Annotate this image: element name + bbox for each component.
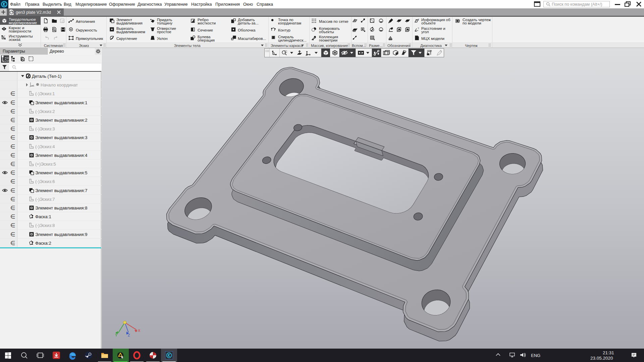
- svg-text:Y: Y: [115, 333, 118, 337]
- svg-text:Z: Z: [128, 333, 130, 337]
- svg-text:X: X: [138, 328, 141, 333]
- svg-text:12: 12: [6, 59, 9, 62]
- svg-text:?: ?: [418, 27, 419, 30]
- svg-text:?: ?: [418, 18, 419, 21]
- svg-text:11: 11: [6, 56, 9, 59]
